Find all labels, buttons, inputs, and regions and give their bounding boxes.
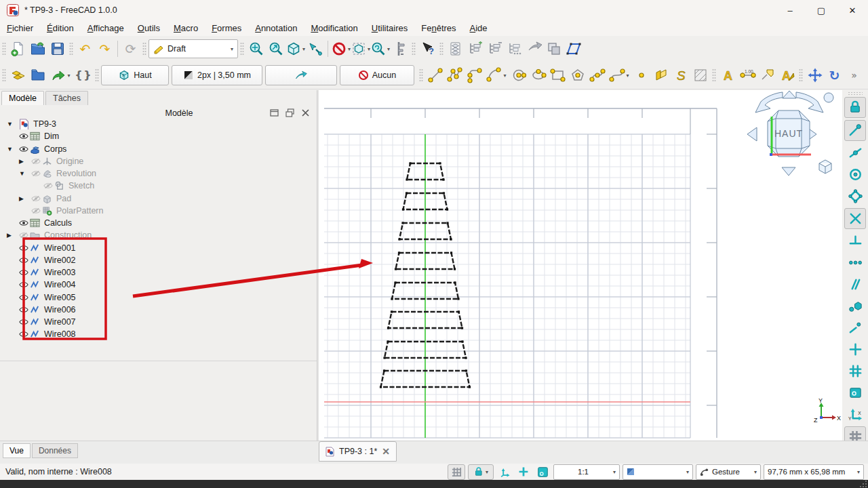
tree-item-label[interactable]: Origine — [56, 155, 83, 167]
move-button[interactable] — [805, 66, 825, 85]
draft-polygon-button[interactable] — [568, 66, 587, 85]
tree-item-label[interactable]: Wire007 — [44, 316, 76, 328]
measure-button[interactable] — [390, 39, 410, 58]
snap-endpoint-button[interactable] — [844, 120, 866, 141]
minimize-button[interactable]: – — [774, 0, 806, 20]
snap-intersection-button[interactable] — [844, 208, 866, 229]
draft-fillet-button[interactable] — [465, 66, 484, 85]
menu-utilitaires[interactable]: Utilitaires — [365, 22, 414, 35]
snap-parallel-button[interactable] — [845, 274, 865, 294]
toolbar-grip[interactable] — [142, 41, 146, 56]
draft-ellipse-button[interactable] — [528, 66, 548, 85]
visibility-eye-icon[interactable] — [19, 229, 28, 241]
visibility-eye-icon[interactable] — [31, 205, 41, 217]
snap-lock-button[interactable]: ▾ — [468, 464, 494, 480]
undo-button[interactable]: ↶ — [75, 39, 95, 58]
tree-sync-selection-button[interactable] — [505, 39, 524, 58]
navigation-style-selector[interactable]: Gesture▾ — [696, 464, 761, 480]
layers-manager-button[interactable] — [446, 39, 465, 58]
visibility-eye-icon[interactable] — [19, 279, 28, 291]
tab-view[interactable]: Vue — [3, 443, 31, 458]
zoom-sync-button[interactable]: ▾ — [370, 39, 390, 58]
tree-item-label[interactable]: TP9-3 — [33, 118, 56, 130]
tree-item-label[interactable]: Wire001 — [44, 242, 76, 254]
snap-near-button[interactable] — [845, 318, 865, 338]
tree-item-label[interactable]: Wire008 — [44, 328, 76, 340]
tree-item-label[interactable]: PolarPattern — [56, 205, 103, 217]
tree-item-label[interactable]: Wire002 — [44, 254, 76, 266]
toolbar-grip[interactable] — [2, 68, 6, 83]
tree-item-label[interactable]: Construction — [44, 229, 92, 241]
clipping-plane-button[interactable]: ▾ — [331, 39, 351, 58]
snap-lock-toggle[interactable] — [844, 97, 866, 118]
tree-expand-arrow[interactable]: ▶ — [7, 229, 12, 241]
tab-model[interactable]: Modèle — [1, 91, 44, 105]
tree-item-label[interactable]: Sketch — [68, 180, 94, 192]
ortho-indicator[interactable] — [515, 465, 532, 479]
scale-selector[interactable]: 1:1▾ — [553, 464, 620, 480]
fit-all-button[interactable] — [246, 39, 266, 58]
whats-this-button[interactable]: ? — [418, 39, 437, 58]
snap-grid-button[interactable] — [845, 361, 865, 381]
visibility-eye-icon[interactable] — [31, 167, 41, 180]
draft-circle-button[interactable] — [509, 66, 528, 85]
working-plane-proxy-indicator[interactable] — [534, 465, 551, 479]
toolbar-grip[interactable] — [439, 41, 443, 56]
snap-extension-button[interactable] — [845, 253, 865, 272]
visibility-eye-icon[interactable] — [19, 291, 28, 304]
visibility-eye-icon[interactable] — [19, 328, 28, 340]
draft-facebinder-button[interactable] — [651, 66, 671, 85]
open-file-button[interactable] — [28, 39, 47, 58]
draft-bezier-button[interactable]: ▾ — [607, 66, 631, 85]
tree-item-label[interactable]: Revolution — [56, 167, 96, 180]
rotate-button[interactable]: ↻ — [825, 66, 844, 85]
tree-expand-arrow[interactable]: ▶ — [19, 155, 24, 167]
draft-wire-button[interactable] — [445, 66, 465, 85]
group-button[interactable] — [28, 66, 47, 85]
new-file-button[interactable] — [8, 39, 28, 58]
tree-expand-button[interactable] — [465, 39, 485, 58]
toolbar-grip[interactable] — [419, 68, 423, 83]
visibility-eye-icon[interactable] — [19, 143, 28, 155]
tab-tasks[interactable]: Tâches — [45, 91, 88, 105]
draft-arc-button[interactable]: ▾ — [484, 66, 509, 85]
toolbar-grip[interactable] — [848, 92, 863, 96]
tab-data[interactable]: Données — [32, 443, 78, 458]
working-plane-button[interactable]: x Haut — [101, 65, 169, 85]
tree-expand-arrow[interactable]: ▼ — [7, 143, 13, 155]
tree-item-label[interactable]: Dim — [44, 130, 59, 142]
visibility-eye-icon[interactable] — [31, 192, 41, 205]
menu-formes[interactable]: Formes — [205, 22, 248, 35]
toolbar-grip[interactable] — [69, 41, 73, 56]
draft-text-button[interactable]: A — [718, 66, 738, 85]
tree-item-label[interactable]: Pad — [56, 192, 71, 205]
snap-special-button[interactable] — [845, 296, 865, 316]
snap-ortho-button[interactable] — [845, 340, 865, 359]
maximize-button[interactable]: ▢ — [806, 0, 837, 20]
grid-toggle-button[interactable] — [448, 464, 465, 480]
axonometric-view-button[interactable]: ▾ — [285, 39, 305, 58]
draft-working-plane-view-button[interactable] — [564, 39, 583, 58]
3d-viewport[interactable]: HAUT Y Z X — [319, 90, 842, 441]
draft-line-button[interactable] — [425, 66, 445, 85]
tree-item-label[interactable]: Calculs — [44, 217, 72, 229]
draft-hatch-button[interactable] — [690, 66, 710, 85]
draft-shapestring-button[interactable]: S — [671, 66, 690, 85]
workbench-selector[interactable]: Draft ▾ — [149, 39, 238, 58]
menu-modification[interactable]: Modification — [304, 22, 364, 35]
draft-rectangle-button[interactable] — [548, 66, 568, 85]
unit-color-selector[interactable]: ▾ — [623, 464, 693, 480]
tree-expand-arrow[interactable]: ▼ — [7, 118, 13, 130]
visibility-eye-icon[interactable] — [19, 242, 28, 254]
visibility-eye-icon[interactable] — [19, 266, 28, 279]
autogroup-none-button[interactable]: Aucun — [340, 65, 414, 85]
navigation-cube[interactable]: HAUT — [741, 91, 841, 179]
visibility-eye-icon[interactable] — [43, 180, 53, 192]
snap-working-plane-button[interactable] — [845, 383, 865, 403]
tree-expand-arrow[interactable]: ▶ — [19, 192, 24, 205]
visibility-eye-icon[interactable] — [19, 316, 28, 328]
snap-center-button[interactable] — [845, 165, 865, 184]
redo-button[interactable]: ↷ — [95, 39, 115, 58]
snap-angle-button[interactable] — [845, 186, 865, 206]
visibility-eye-icon[interactable] — [31, 155, 41, 167]
